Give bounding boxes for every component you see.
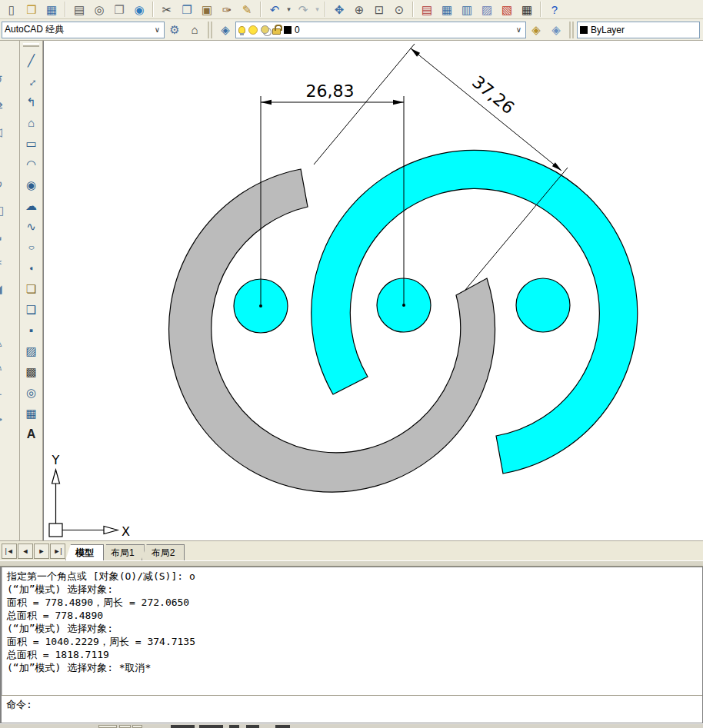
modify-fragment-icon[interactable]: ↺	[0, 67, 19, 93]
make-layer-current-button[interactable]: ◈	[526, 22, 546, 38]
chevron-down-icon[interactable]: ∨	[153, 25, 162, 34]
region-icon[interactable]: ◎	[20, 382, 42, 403]
my-workspace-button[interactable]: ⌂	[185, 22, 205, 38]
ellipse-arc-icon[interactable]: ◖	[20, 258, 42, 278]
gradient-icon[interactable]: ▩	[20, 361, 42, 382]
arc-icon[interactable]: ◠	[20, 154, 42, 175]
mtext-icon[interactable]: A	[20, 424, 42, 444]
publish-icon[interactable]: ❐	[109, 1, 129, 18]
modify-fragment-icon[interactable]: ├	[0, 381, 19, 407]
designcenter-icon[interactable]: ▦	[437, 1, 457, 18]
modify-fragment-icon[interactable]: ✂	[0, 250, 19, 276]
insert-block-icon[interactable]: ❏	[20, 278, 42, 299]
tool-palettes-icon[interactable]: ▥	[457, 1, 477, 18]
pan-icon[interactable]: ✥	[329, 1, 349, 18]
undo-dropdown-icon[interactable]: ▾	[285, 1, 293, 18]
modify-fragment-icon[interactable]: △	[0, 328, 19, 354]
zoom-window-icon[interactable]: ⊡	[369, 1, 389, 18]
layer-combo[interactable]: 0 ∨	[235, 22, 526, 38]
toolbar-separator	[569, 22, 574, 38]
tab-nav-last[interactable]: ►|	[50, 544, 65, 559]
zoom-previous-icon[interactable]: ⊙	[389, 1, 409, 18]
layout-tab[interactable]: 布局1	[101, 544, 145, 560]
toolbar-grip-handle[interactable]	[23, 43, 39, 47]
circle-right[interactable]	[516, 278, 570, 332]
line-icon[interactable]: ╱	[20, 50, 42, 71]
dwf-globe-icon[interactable]: ◉	[129, 1, 149, 18]
modify-fragment-icon[interactable]: ◁	[0, 119, 19, 145]
circle-icon[interactable]: ◉	[20, 175, 42, 195]
modify-fragment-icon[interactable]: ✎	[0, 354, 19, 381]
status-toggle-button[interactable]	[229, 725, 239, 728]
status-toggle-button[interactable]	[98, 725, 117, 728]
layout-tab[interactable]: 布局2	[142, 544, 185, 560]
modify-fragment-icon[interactable]: ◧	[0, 198, 19, 224]
command-history-line: 总面积 = 778.4890	[7, 609, 702, 622]
plot-preview-icon[interactable]: ◎	[89, 1, 109, 18]
command-splitter[interactable]	[0, 560, 703, 567]
point-icon[interactable]: ▪	[20, 320, 42, 341]
paste-icon[interactable]: ▣	[197, 1, 217, 18]
help-icon[interactable]: ?	[545, 1, 565, 18]
hatch-icon[interactable]: ▨	[20, 341, 42, 361]
layout-tab[interactable]: 模型	[65, 544, 104, 560]
modify-fragment-icon[interactable]: ✑	[0, 407, 19, 433]
rectangle-icon[interactable]: ▭	[20, 133, 42, 154]
zoom-realtime-icon[interactable]: ⊕	[349, 1, 369, 18]
sheet-set-manager-icon[interactable]: ▨	[477, 1, 497, 18]
command-prompt-input[interactable]: 命令:	[2, 695, 702, 723]
chevron-down-icon[interactable]: ∨	[515, 25, 523, 34]
dim-text-37-26: 37,26	[468, 72, 518, 118]
status-toggle-button[interactable]	[199, 725, 223, 728]
tab-nav-first[interactable]: |◄	[2, 544, 17, 559]
workspace-settings-button[interactable]: ⚙	[165, 22, 185, 38]
status-toggle-button[interactable]	[171, 725, 195, 728]
block-editor-icon[interactable]: ✎	[237, 1, 257, 18]
make-block-icon[interactable]: ❑	[20, 299, 42, 320]
color-combo[interactable]: ByLayer	[577, 22, 700, 38]
layer-properties-button[interactable]: ◈	[215, 22, 235, 38]
construction-line-icon[interactable]: ↔	[20, 71, 42, 91]
tab-nav-prev[interactable]: ◄	[18, 544, 33, 559]
layer-lock-icon[interactable]	[272, 28, 281, 35]
copy-icon[interactable]: ❐	[177, 1, 197, 18]
modify-fragment-icon[interactable]: ↘	[0, 224, 19, 250]
layer-vpfreeze-icon[interactable]	[261, 25, 269, 34]
command-window: 指定第一个角点或 [对象(O)/减(S)]: o(“加”模式) 选择对象:面积 …	[0, 567, 703, 723]
polygon-icon[interactable]: ⌂	[20, 112, 42, 133]
modify-fragment-icon[interactable]: ↻	[0, 171, 19, 198]
plot-icon[interactable]: ▤	[69, 1, 89, 18]
undo-icon[interactable]: ↶	[265, 1, 285, 18]
modify-fragment-icon[interactable]: ┤	[0, 41, 19, 67]
cut-icon[interactable]: ✂	[157, 1, 177, 18]
save-icon[interactable]: ▦	[42, 1, 62, 18]
quickcalc-icon[interactable]: ▦	[517, 1, 537, 18]
modify-fragment-icon[interactable]: ◢	[0, 276, 19, 302]
match-properties-icon[interactable]: ✑	[217, 1, 237, 18]
status-toggle-button[interactable]	[246, 725, 259, 728]
workspace-combo[interactable]: AutoCAD 经典 ∨	[2, 22, 165, 38]
spline-icon[interactable]: ∿	[20, 216, 42, 237]
modify-fragment-icon[interactable]: ⇄	[0, 93, 19, 119]
open-icon[interactable]: ❒	[22, 1, 42, 18]
ellipse-icon[interactable]: ○	[20, 237, 42, 258]
table-icon[interactable]: ▦	[20, 403, 42, 424]
markup-set-manager-icon[interactable]: ▧	[497, 1, 517, 18]
tab-nav-next[interactable]: ►	[34, 544, 49, 559]
revcloud-icon[interactable]: ☁	[20, 195, 42, 216]
polyline-icon[interactable]: ↰	[20, 91, 42, 112]
status-toggle-button[interactable]	[119, 725, 131, 728]
properties-icon[interactable]: ▤	[417, 1, 437, 18]
layer-freeze-icon[interactable]	[248, 25, 258, 35]
modify-fragment-icon[interactable]: ○	[0, 145, 19, 171]
redo-icon[interactable]: ↷	[293, 1, 313, 18]
status-toggle-button[interactable]	[132, 725, 142, 728]
model-space: 26,83 37,26 X	[44, 41, 703, 540]
new-icon[interactable]: ▯	[2, 1, 22, 18]
status-toggle-button[interactable]	[275, 725, 290, 728]
drawing-canvas[interactable]: 26,83 37,26 X	[43, 41, 703, 540]
layer-previous-button[interactable]: ◈	[546, 22, 566, 38]
redo-dropdown-icon[interactable]: ▾	[313, 1, 322, 18]
layer-on-icon[interactable]	[238, 26, 245, 34]
modify-fragment-icon[interactable]: ◑	[0, 302, 19, 328]
